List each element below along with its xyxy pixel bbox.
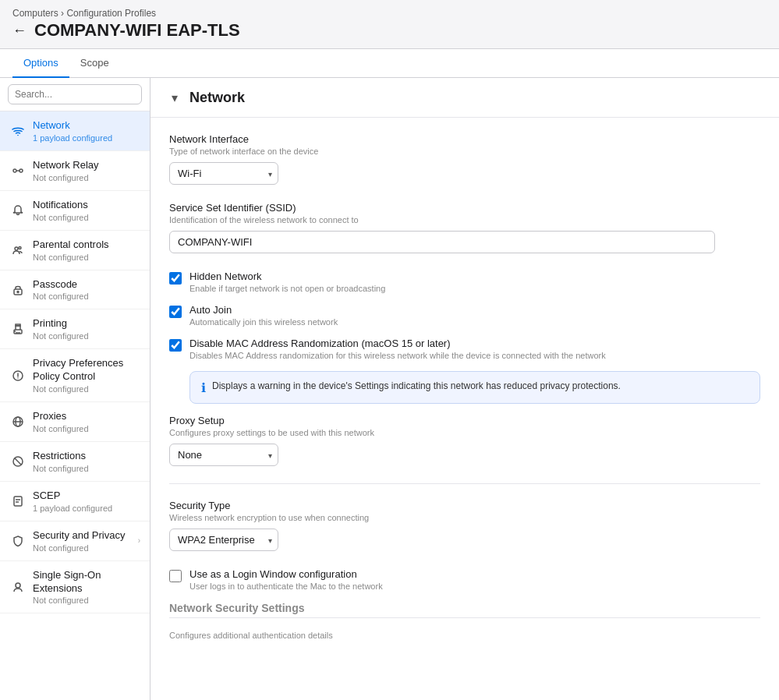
svg-point-1 <box>13 169 16 172</box>
login-window-label: Use as a Login Window configuration <box>189 568 760 580</box>
form-content: Network Interface Type of network interf… <box>150 118 779 673</box>
main-layout: Network 1 payload configured Network Rel… <box>0 78 779 700</box>
sidebar-sso-sublabel: Not configured <box>33 596 140 605</box>
sidebar-restrictions-label: Restrictions <box>33 450 140 463</box>
sidebar-item-sso[interactable]: Single Sign-On Extensions Not configured <box>0 561 150 614</box>
proxy-setup-label: Proxy Setup <box>169 415 760 426</box>
main-content: ▾ Network Network Interface Type of netw… <box>150 78 779 700</box>
hidden-network-desc: Enable if target network is not open or … <box>189 284 760 293</box>
section-header: ▾ Network <box>150 78 779 118</box>
network-interface-select-wrapper: Wi-Fi Ethernet Any ▾ <box>169 162 278 185</box>
login-window-checkbox-item: Use as a Login Window configuration User… <box>169 568 760 591</box>
security-type-group: Security Type Wireless network encryptio… <box>169 500 760 551</box>
sidebar-scep-sublabel: 1 payload configured <box>33 504 140 513</box>
tab-scope[interactable]: Scope <box>69 49 120 78</box>
sidebar-privacy-label: Privacy Preferences Policy Control <box>33 357 140 384</box>
sidebar-item-parental[interactable]: Parental controls Not configured <box>0 231 150 270</box>
proxy-setup-select[interactable]: None Manual Auto <box>169 444 278 466</box>
ssid-desc: Identification of the wireless network t… <box>169 215 760 224</box>
info-box: ℹ Displays a warning in the device's Set… <box>189 371 760 404</box>
proxy-setup-select-wrapper: None Manual Auto ▾ <box>169 444 278 466</box>
search-input[interactable] <box>8 84 142 104</box>
network-security-settings-desc: Configures additional authentication det… <box>169 631 760 640</box>
sidebar-notifications-sublabel: Not configured <box>33 213 140 222</box>
sidebar-scep-label: SCEP <box>33 490 140 503</box>
ssid-group: Service Set Identifier (SSID) Identifica… <box>169 202 760 253</box>
mac-randomization-label: Disable MAC Address Randomization (macOS… <box>189 338 760 349</box>
auto-join-label: Auto Join <box>189 304 760 316</box>
svg-line-16 <box>15 458 21 465</box>
hidden-network-checkbox[interactable] <box>169 272 182 285</box>
search-box <box>0 78 150 111</box>
security-type-select[interactable]: None WEP WPA Personal WPA2 Personal WPA … <box>169 529 278 551</box>
info-icon: ℹ <box>201 380 206 395</box>
mac-randomization-desc: Disables MAC Address randomization for t… <box>189 351 760 360</box>
disable-mac-randomization-checkbox[interactable] <box>169 339 182 352</box>
proxy-setup-group: Proxy Setup Configures proxy settings to… <box>169 415 760 466</box>
sidebar-item-proxies[interactable]: Proxies Not configured <box>0 402 150 442</box>
sidebar-proxies-sublabel: Not configured <box>33 424 140 433</box>
sidebar-item-network[interactable]: Network 1 payload configured <box>0 111 150 151</box>
sidebar-sso-label: Single Sign-On Extensions <box>33 569 140 596</box>
security-type-label: Security Type <box>169 500 760 511</box>
hidden-network-checkbox-item: Hidden Network Enable if target network … <box>169 270 760 293</box>
ssid-input[interactable] <box>169 231 715 253</box>
sidebar-item-notifications[interactable]: Notifications Not configured <box>0 191 150 231</box>
proxy-setup-desc: Configures proxy settings to be used wit… <box>169 428 760 437</box>
sidebar-item-network-relay[interactable]: Network Relay Not configured <box>0 151 150 191</box>
auto-join-checkbox[interactable] <box>169 306 182 318</box>
tab-options[interactable]: Options <box>12 49 69 78</box>
sidebar-proxies-label: Proxies <box>33 410 140 423</box>
sidebar: Network 1 payload configured Network Rel… <box>0 78 150 700</box>
lock-icon <box>9 281 27 299</box>
sso-icon <box>9 578 27 596</box>
sidebar-security-sublabel: Not configured <box>33 543 135 553</box>
section-divider <box>169 483 760 484</box>
sidebar-item-passcode[interactable]: Passcode Not configured <box>0 270 150 310</box>
svg-point-20 <box>16 583 20 588</box>
login-window-checkbox[interactable] <box>169 570 182 582</box>
auto-join-desc: Automatically join this wireless network <box>189 317 760 327</box>
login-window-desc: User logs in to authenticate the Mac to … <box>189 582 760 591</box>
network-security-settings-label: Network Security Settings <box>169 602 760 618</box>
svg-point-2 <box>19 169 23 172</box>
section-toggle-button[interactable]: ▾ <box>166 89 183 106</box>
sidebar-passcode-sublabel: Not configured <box>33 292 140 301</box>
sidebar-item-printing[interactable]: Printing Not configured <box>0 309 150 349</box>
print-icon <box>9 320 27 338</box>
sidebar-printing-label: Printing <box>33 317 140 331</box>
sidebar-relay-sublabel: Not configured <box>33 173 140 182</box>
sidebar-item-privacy[interactable]: Privacy Preferences Policy Control Not c… <box>0 349 150 402</box>
mac-randomization-checkbox-item: Disable MAC Address Randomization (macOS… <box>169 338 760 360</box>
relay-icon <box>9 162 27 179</box>
sidebar-network-label: Network <box>33 119 140 133</box>
sidebar-security-label: Security and Privacy <box>33 529 135 543</box>
sidebar-item-security-privacy[interactable]: Security and Privacy Not configured › <box>0 521 150 561</box>
network-interface-desc: Type of network interface on the device <box>169 147 760 156</box>
sidebar-parental-label: Parental controls <box>33 239 140 252</box>
section-title: Network <box>189 90 245 106</box>
cert-icon <box>9 493 27 510</box>
network-interface-group: Network Interface Type of network interf… <box>169 133 760 185</box>
sidebar-relay-label: Network Relay <box>33 159 140 172</box>
page-title: COMPANY-WIFI EAP-TLS <box>34 20 240 41</box>
proxy-icon <box>9 413 27 430</box>
chevron-right-icon: › <box>138 536 140 545</box>
sidebar-parental-sublabel: Not configured <box>33 253 140 262</box>
sidebar-item-restrictions[interactable]: Restrictions Not configured <box>0 442 150 482</box>
svg-point-5 <box>19 246 21 249</box>
bell-icon <box>9 202 27 219</box>
network-security-settings-group: Network Security Settings Configures add… <box>169 602 760 640</box>
sidebar-notifications-label: Notifications <box>33 199 140 212</box>
parental-icon <box>9 242 27 259</box>
network-interface-select[interactable]: Wi-Fi Ethernet Any <box>169 162 278 185</box>
info-text: Displays a warning in the device's Setti… <box>212 380 621 393</box>
security-type-desc: Wireless network encryption to use when … <box>169 513 760 522</box>
breadcrumb: Computers › Configuration Profiles <box>12 8 767 19</box>
back-button[interactable]: ← <box>12 23 27 37</box>
sidebar-item-scep[interactable]: SCEP 1 payload configured <box>0 482 150 521</box>
sidebar-network-sublabel: 1 payload configured <box>33 133 140 143</box>
ssid-label: Service Set Identifier (SSID) <box>169 202 760 214</box>
svg-rect-17 <box>14 497 22 506</box>
top-bar: Computers › Configuration Profiles ← COM… <box>0 0 779 49</box>
